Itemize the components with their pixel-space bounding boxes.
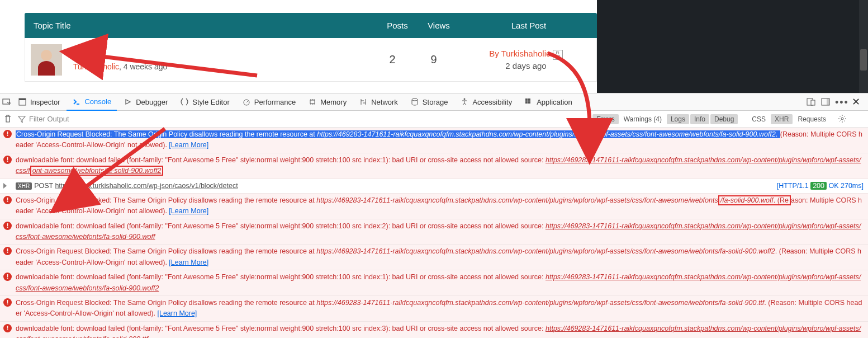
console-message[interactable]: ! Cross-Origin Request Blocked: The Same…: [0, 245, 868, 270]
forum-panel: Topic Title Posts Views Last Post FI SC …: [0, 0, 597, 93]
views-count: 9: [412, 53, 456, 66]
console-icon: [72, 97, 81, 106]
forum-row[interactable]: FI SC T Turkishaholic, 4 weeks ago 2 9 B…: [25, 38, 597, 82]
last-post-cell: By Turkishaholic FI SC 2 days ago: [456, 49, 596, 70]
chip-css[interactable]: CSS: [748, 114, 770, 124]
sep: ,: [119, 62, 124, 71]
filter-icon: [18, 115, 26, 123]
error-icon: !: [3, 273, 12, 281]
tab-console[interactable]: Console: [67, 94, 117, 111]
chip-requests[interactable]: Requests: [794, 114, 830, 124]
trash-icon[interactable]: [3, 114, 13, 124]
more-icon[interactable]: •••: [835, 97, 845, 107]
close-icon[interactable]: ✕: [850, 96, 862, 108]
inspector-icon: [18, 97, 27, 106]
gear-icon[interactable]: [838, 114, 848, 124]
by-prefix: By: [489, 49, 501, 58]
last-author-link[interactable]: Turkishaholic: [501, 49, 551, 58]
pick-element-icon[interactable]: [2, 97, 11, 106]
dock-icon[interactable]: [820, 97, 831, 107]
last-badge: FI SC: [553, 50, 563, 60]
console-message[interactable]: ! downloadable font: download failed (fo…: [0, 270, 868, 296]
scrollbar-vertical[interactable]: [859, 0, 868, 93]
svg-rect-8: [528, 98, 530, 101]
svg-point-15: [841, 118, 843, 120]
posts-count: 2: [373, 53, 412, 66]
tab-inspector[interactable]: Inspector: [12, 93, 65, 110]
tab-network[interactable]: Network: [353, 93, 404, 110]
tab-application[interactable]: Application: [519, 93, 578, 110]
svg-point-5: [412, 98, 418, 101]
expand-icon[interactable]: [3, 183, 7, 189]
console-filter-bar: Filter Output Errors Warnings (4) Logs I…: [0, 111, 868, 128]
error-icon: !: [3, 247, 12, 255]
avatar[interactable]: [31, 44, 62, 76]
tab-memory[interactable]: Memory: [302, 93, 352, 110]
error-icon: !: [3, 130, 12, 138]
svg-rect-4: [310, 100, 315, 104]
topic-badge: FI SC: [73, 49, 83, 59]
col-views: Views: [417, 21, 461, 30]
learn-more-link[interactable]: [Learn More]: [169, 207, 208, 215]
scrollbar-thumb[interactable]: [860, 49, 867, 71]
error-icon: !: [3, 222, 12, 230]
console-output: ! Cross-Origin Request Blocked: The Same…: [0, 128, 868, 338]
http-status: [HTTP/1.1 200 OK 270ms]: [770, 181, 864, 191]
topic-info: FI SC T Turkishaholic, 4 weeks ago: [62, 49, 373, 71]
svg-rect-2: [19, 98, 26, 100]
chip-logs[interactable]: Logs: [667, 114, 689, 124]
error-icon: !: [3, 196, 12, 204]
tab-accessibility[interactable]: Accessibility: [454, 93, 518, 110]
learn-more-link[interactable]: [Learn More]: [169, 259, 208, 266]
last-post-when: 2 days ago: [456, 61, 596, 71]
application-icon: [524, 97, 533, 106]
network-icon: [359, 97, 368, 106]
xhr-url[interactable]: https://www.turkishaholic.com/wp-json/ca…: [55, 182, 238, 190]
console-message[interactable]: ! downloadable font: download failed (fo…: [0, 322, 868, 338]
svg-rect-12: [811, 100, 815, 105]
col-topic-title: Topic Title: [25, 21, 378, 30]
console-message[interactable]: ! downloadable font: download failed (fo…: [0, 153, 868, 179]
console-message[interactable]: ! Cross-Origin Request Blocked: The Same…: [0, 296, 868, 322]
topic-title-text[interactable]: T: [88, 49, 93, 58]
col-last-post: Last Post: [461, 21, 597, 30]
svg-rect-7: [525, 98, 528, 101]
learn-more-link[interactable]: [Learn More]: [169, 141, 208, 149]
author-link[interactable]: Turkishaholic: [73, 62, 119, 71]
tab-style-editor[interactable]: Style Editor: [174, 93, 235, 110]
tab-debugger[interactable]: Debugger: [118, 93, 173, 110]
learn-more-link[interactable]: [Learn More]: [157, 309, 197, 317]
chip-debug[interactable]: Debug: [710, 114, 738, 124]
memory-icon: [308, 97, 317, 106]
console-message[interactable]: ! Cross-Origin Request Blocked: The Same…: [0, 128, 868, 153]
tab-storage[interactable]: Storage: [405, 93, 454, 110]
col-posts: Posts: [378, 21, 417, 30]
tab-performance[interactable]: Performance: [236, 93, 301, 110]
topic-age: 4 weeks ago: [124, 62, 168, 71]
style-icon: [180, 97, 189, 106]
dark-panel: [597, 0, 868, 93]
console-message[interactable]: ! Cross-Origin Request Blocked: The Same…: [0, 194, 868, 219]
responsive-icon[interactable]: [806, 97, 816, 107]
storage-icon: [410, 97, 419, 106]
svg-point-6: [464, 98, 466, 100]
console-message[interactable]: ! downloadable font: download failed (fo…: [0, 219, 868, 245]
performance-icon: [242, 97, 251, 106]
console-message[interactable]: XHRPOST https://www.turkishaholic.com/wp…: [0, 179, 868, 194]
chip-info[interactable]: Info: [690, 114, 709, 124]
xhr-badge: XHR: [16, 182, 32, 190]
filter-chips: Errors Warnings (4) Logs Info Debug CSS …: [592, 114, 830, 124]
svg-rect-14: [827, 98, 829, 105]
chip-warnings[interactable]: Warnings (4): [620, 114, 666, 124]
svg-rect-10: [528, 101, 530, 104]
accessibility-icon: [460, 97, 469, 106]
debugger-icon: [124, 97, 132, 106]
svg-rect-9: [525, 101, 528, 104]
chip-errors[interactable]: Errors: [592, 114, 619, 124]
forum-header: Topic Title Posts Views Last Post: [25, 13, 597, 38]
error-icon: !: [3, 156, 12, 164]
filter-input[interactable]: Filter Output: [18, 115, 588, 123]
devtools-toolbar: Inspector Console Debugger Style Editor …: [0, 93, 868, 111]
error-icon: !: [3, 324, 12, 332]
chip-xhr[interactable]: XHR: [771, 114, 793, 124]
